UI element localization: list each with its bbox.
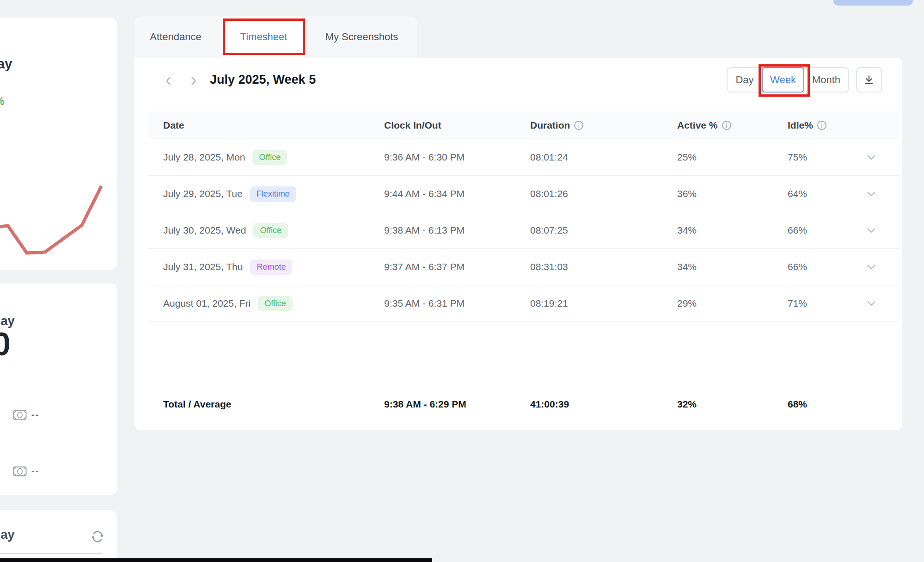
row-clock: 9:35 AM - 6:31 PM	[369, 298, 515, 309]
row-idle: 64%	[772, 188, 851, 199]
view-option-month[interactable]: Month	[804, 68, 848, 92]
column-header-active: Active % i	[662, 120, 772, 131]
row-idle: 66%	[772, 261, 851, 272]
row-idle: 75%	[772, 152, 851, 163]
earnings-value: --	[31, 409, 39, 420]
info-icon[interactable]: i	[574, 121, 583, 130]
column-label: Date	[163, 120, 184, 131]
expand-row-button[interactable]	[851, 264, 900, 270]
chevron-down-icon	[867, 154, 876, 161]
sidebar-card-title: ay	[0, 56, 12, 72]
next-week-button[interactable]	[187, 74, 200, 87]
view-option-week[interactable]: Week	[762, 67, 804, 93]
row-active: 29%	[662, 298, 772, 309]
row-duration: 08:19:21	[515, 298, 662, 309]
chevron-down-icon	[867, 191, 876, 197]
expand-row-button[interactable]	[851, 154, 900, 161]
row-active: 34%	[662, 261, 772, 272]
download-icon	[863, 74, 875, 86]
row-date: July 30, 2025, Wed	[163, 225, 246, 236]
total-active: 32%	[662, 399, 772, 410]
column-label: Clock In/Out	[384, 120, 441, 131]
table-total-row: Total / Average 9:38 AM - 6:29 PM 41:00:…	[148, 391, 900, 418]
bottom-black-bar	[0, 558, 432, 562]
column-header-idle: Idle% i	[772, 120, 851, 131]
row-active: 36%	[662, 188, 772, 199]
table-header: Date Clock In/Out Duration i Active % i …	[148, 111, 900, 139]
status-badge: Office	[252, 150, 287, 165]
total-clock: 9:38 AM - 6:29 PM	[369, 399, 515, 410]
table-row[interactable]: August 01, 2025, Fri Office 9:35 AM - 6:…	[148, 285, 900, 322]
total-idle: 68%	[772, 399, 851, 410]
row-idle: 71%	[772, 298, 851, 309]
expand-row-button[interactable]	[851, 301, 900, 307]
status-badge: Office	[253, 223, 288, 238]
column-label: Idle%	[788, 120, 813, 131]
table-row[interactable]: July 30, 2025, Wed Office 9:38 AM - 6:13…	[148, 212, 900, 249]
column-header-duration: Duration i	[515, 120, 662, 131]
info-icon[interactable]: i	[722, 121, 731, 130]
row-duration: 08:31:03	[515, 261, 662, 272]
sidebar-summary-card: ay %	[0, 18, 117, 270]
row-date: August 01, 2025, Fri	[163, 298, 251, 309]
expand-row-button[interactable]	[851, 228, 900, 234]
chevron-down-icon	[867, 228, 876, 234]
chevron-down-icon	[867, 264, 876, 270]
row-clock: 9:36 AM - 6:30 PM	[369, 152, 515, 163]
banknote-icon	[13, 410, 27, 420]
row-date: July 31, 2025, Thu	[163, 261, 243, 272]
divider	[0, 553, 103, 554]
refresh-icon[interactable]	[91, 530, 104, 543]
sidebar-card-title: lay	[0, 528, 15, 542]
earnings-row: --	[13, 409, 39, 420]
status-badge: Remote	[250, 259, 292, 275]
row-idle: 66%	[772, 225, 851, 236]
row-active: 25%	[662, 152, 772, 163]
chevron-right-icon	[189, 75, 198, 87]
earnings-row: --	[13, 466, 39, 476]
row-duration: 08:01:26	[515, 188, 662, 199]
tab-bar: Attendance Timesheet My Screenshots	[134, 16, 417, 58]
tab-timesheet[interactable]: Timesheet	[223, 16, 304, 58]
column-label: Active %	[677, 120, 718, 131]
row-date: July 29, 2025, Tue	[163, 188, 243, 199]
primary-action-button[interactable]	[833, 0, 913, 6]
view-switch: Day Week Month	[727, 67, 849, 93]
table-row[interactable]: July 28, 2025, Mon Office 9:36 AM - 6:30…	[148, 139, 900, 176]
column-header-clock: Clock In/Out	[369, 120, 515, 131]
period-title: July 2025, Week 5	[210, 73, 316, 87]
tab-attendance[interactable]: Attendance	[134, 16, 217, 58]
sidebar-stats-card: lay 0 -- --	[0, 284, 117, 495]
banknote-icon	[13, 466, 27, 476]
row-duration: 08:07:25	[515, 225, 662, 236]
info-icon[interactable]: i	[817, 121, 826, 130]
sidebar-refresh-card: lay	[0, 510, 117, 562]
status-badge: Flexitime	[250, 186, 296, 202]
tab-my-screenshots[interactable]: My Screenshots	[314, 16, 409, 58]
chevron-left-icon	[164, 75, 173, 87]
column-header-date: Date	[148, 120, 369, 131]
sidebar-percent-value: %	[0, 95, 4, 108]
timesheet-panel: July 2025, Week 5 Day Week Month Date Cl…	[134, 58, 902, 430]
row-clock: 9:38 AM - 6:13 PM	[369, 225, 515, 236]
column-label: Duration	[530, 120, 570, 131]
export-button[interactable]	[856, 67, 882, 93]
row-active: 34%	[662, 225, 772, 236]
view-option-day[interactable]: Day	[728, 68, 762, 92]
total-duration: 41:00:39	[515, 399, 662, 410]
row-duration: 08:01:24	[515, 152, 662, 163]
row-clock: 9:37 AM - 6:37 PM	[369, 261, 515, 272]
table-row[interactable]: July 29, 2025, Tue Flexitime 9:44 AM - 6…	[148, 176, 900, 212]
sidebar-big-value: 0	[0, 328, 11, 360]
expand-row-button[interactable]	[851, 191, 900, 197]
status-badge: Office	[258, 296, 293, 311]
row-date: July 28, 2025, Mon	[163, 152, 245, 163]
app-canvas: ay % lay 0 --	[0, 0, 924, 562]
previous-week-button[interactable]	[162, 74, 175, 87]
trend-line-chart	[0, 179, 111, 258]
chevron-down-icon	[867, 301, 876, 307]
total-label: Total / Average	[148, 399, 369, 410]
row-clock: 9:44 AM - 6:34 PM	[369, 188, 515, 199]
table-row[interactable]: July 31, 2025, Thu Remote 9:37 AM - 6:37…	[148, 249, 900, 285]
earnings-value: --	[31, 466, 39, 476]
